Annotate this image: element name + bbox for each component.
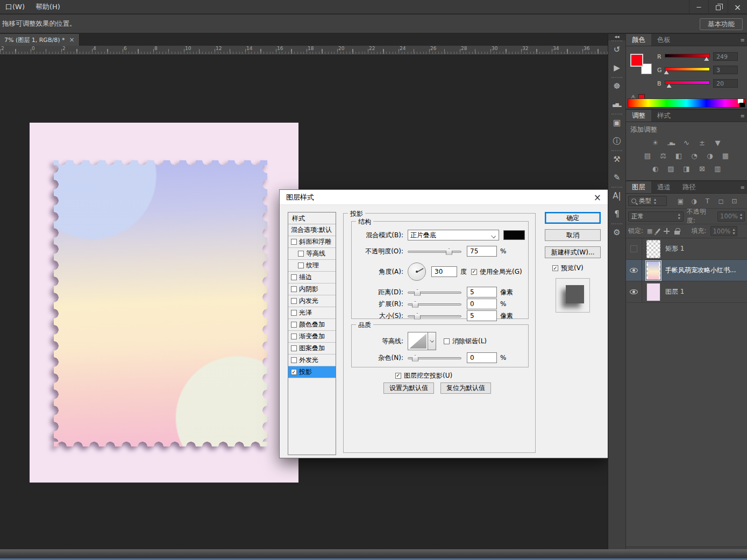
invert-icon[interactable]: ◐ <box>650 164 661 173</box>
visibility-toggle[interactable] <box>626 238 642 260</box>
tab-色板[interactable]: 色板 <box>651 34 677 46</box>
channel-slider-G[interactable] <box>665 66 710 74</box>
style-item-图案叠加[interactable]: 图案叠加 <box>288 343 336 355</box>
close-icon[interactable]: × <box>728 0 747 14</box>
levels-icon[interactable]: ▁▅▃ <box>666 138 677 147</box>
vibrance-icon[interactable]: ▼ <box>713 138 723 147</box>
visibility-toggle[interactable] <box>626 260 642 281</box>
brightness-contrast-icon[interactable]: ☀ <box>650 138 661 147</box>
minimize-icon[interactable]: ─ <box>689 0 708 14</box>
black-swatch[interactable] <box>739 103 745 107</box>
blend-mode-select[interactable]: 正片叠底 <box>408 230 499 240</box>
layer-row[interactable]: 矩形 1 <box>626 238 747 260</box>
style-checkbox[interactable] <box>291 239 297 245</box>
channel-slider-R[interactable] <box>665 53 710 60</box>
stamp-gradient-layer[interactable] <box>54 160 267 446</box>
antialias-checkbox[interactable] <box>444 338 450 344</box>
style-checkbox[interactable] <box>291 274 297 280</box>
tool-presets-icon[interactable]: ⚒ <box>608 150 625 168</box>
properties-icon[interactable]: ▣ <box>608 114 625 132</box>
tab-图层[interactable]: 图层 <box>626 181 651 193</box>
channel-slider-B[interactable] <box>665 80 710 87</box>
navigator-icon[interactable]: ☸ <box>608 77 625 95</box>
size-slider[interactable] <box>408 313 461 320</box>
angle-dial[interactable] <box>408 263 426 281</box>
color-balance-icon[interactable]: ⚖ <box>658 151 668 160</box>
info-icon[interactable]: ⓘ <box>608 132 625 150</box>
style-checkbox[interactable] <box>298 263 304 268</box>
noise-slider[interactable] <box>408 355 461 361</box>
history-icon[interactable]: ↺ <box>608 40 625 59</box>
collapse-panels-icon[interactable]: ◂◂ <box>608 34 625 40</box>
style-item-光泽[interactable]: 光泽 <box>288 307 336 319</box>
style-checkbox[interactable] <box>291 357 297 363</box>
channel-value-B[interactable]: 20 <box>713 79 738 88</box>
tab-路径[interactable]: 路径 <box>677 181 702 193</box>
blend-mode-select[interactable]: 正常 ▴▾ <box>628 211 684 222</box>
reset-default-button[interactable]: 复位为默认值 <box>440 382 491 394</box>
tab-调整[interactable]: 调整 <box>626 110 651 122</box>
slider-thumb-icon[interactable] <box>704 57 709 61</box>
color-lookup-icon[interactable]: ▦ <box>720 151 731 160</box>
selective-color-icon[interactable]: ⊠ <box>697 164 708 173</box>
character-icon[interactable]: A| <box>608 187 625 205</box>
style-checkbox[interactable] <box>291 310 297 316</box>
noise-input[interactable]: 0 <box>467 352 497 363</box>
posterize-icon[interactable]: ▨ <box>666 164 677 173</box>
menu-help[interactable]: 帮助(H) <box>30 2 66 12</box>
brush-settings-icon[interactable]: ✎ <box>608 168 625 187</box>
adjustment-filter-icon[interactable]: ◑ <box>689 197 699 205</box>
style-checkbox[interactable] <box>291 345 297 351</box>
channel-mixer-icon[interactable]: ◑ <box>705 151 715 160</box>
style-checkbox[interactable] <box>291 334 297 339</box>
visibility-toggle[interactable] <box>626 281 642 303</box>
style-checkbox[interactable] <box>291 286 297 292</box>
tab-close-icon[interactable]: × <box>69 36 74 44</box>
panel-menu-icon[interactable]: ≡ <box>741 37 745 43</box>
shadow-color-swatch[interactable] <box>503 230 525 240</box>
layer-row[interactable]: 图层 1 <box>626 281 747 303</box>
tab-通道[interactable]: 通道 <box>651 181 677 193</box>
layer-thumbnail[interactable] <box>646 240 660 258</box>
black-white-icon[interactable]: ◧ <box>673 151 684 160</box>
style-item-等高线[interactable]: 等高线 <box>288 248 336 260</box>
style-item-混合选项:默认[interactable]: 混合选项:默认 <box>288 224 336 236</box>
distance-input[interactable]: 5 <box>467 287 497 297</box>
menu-window[interactable]: 口(W) <box>0 2 30 12</box>
style-item-纹理[interactable]: 纹理 <box>288 260 336 272</box>
paragraph-icon[interactable]: ¶ <box>608 205 625 223</box>
slider-thumb-icon[interactable] <box>667 84 672 88</box>
lock-position-icon[interactable] <box>664 228 670 234</box>
size-input[interactable]: 5 <box>467 310 497 321</box>
style-checkbox[interactable] <box>291 298 297 304</box>
opacity-input[interactable]: 75 <box>467 246 497 257</box>
knockout-checkbox[interactable]: ✓ <box>395 373 401 379</box>
dialog-close-icon[interactable]: × <box>594 192 601 203</box>
photo-filter-icon[interactable]: ◔ <box>689 151 700 160</box>
lock-image-icon[interactable] <box>657 228 659 234</box>
style-item-渐变叠加[interactable]: 渐变叠加 <box>288 331 336 343</box>
cancel-button[interactable]: 取消 <box>545 229 601 241</box>
contour-dropdown-button[interactable] <box>428 332 436 350</box>
document-page[interactable] <box>30 123 298 483</box>
distance-slider[interactable] <box>408 289 461 296</box>
preview-checkbox[interactable]: ✓ <box>552 265 558 271</box>
style-item-描边[interactable]: 描边 <box>288 272 336 283</box>
restore-icon[interactable] <box>708 0 728 14</box>
angle-input[interactable]: 30 <box>431 266 457 277</box>
foreground-color-swatch[interactable] <box>630 54 643 67</box>
channel-value-R[interactable]: 249 <box>713 52 738 61</box>
threshold-icon[interactable]: ◨ <box>681 164 692 173</box>
global-light-checkbox[interactable]: ✓ <box>471 269 477 275</box>
slider-thumb-icon[interactable] <box>664 70 669 74</box>
panel-menu-icon[interactable]: ≡ <box>741 113 745 119</box>
style-item-颜色叠加[interactable]: 颜色叠加 <box>288 319 336 331</box>
set-default-button[interactable]: 设置为默认值 <box>383 382 434 394</box>
layer-row[interactable]: 手帐风萌宠攻略小红书... <box>626 260 747 281</box>
lock-transparency-icon[interactable]: ▦ <box>647 228 652 235</box>
document-tab[interactable]: 7% (图层 1, RGB/8) * × <box>0 34 80 46</box>
panel-menu-icon[interactable]: ≡ <box>741 185 745 190</box>
pixel-filter-icon[interactable]: ▣ <box>675 197 686 205</box>
contour-picker[interactable] <box>408 332 428 350</box>
style-item-外发光[interactable]: 外发光 <box>288 355 336 366</box>
